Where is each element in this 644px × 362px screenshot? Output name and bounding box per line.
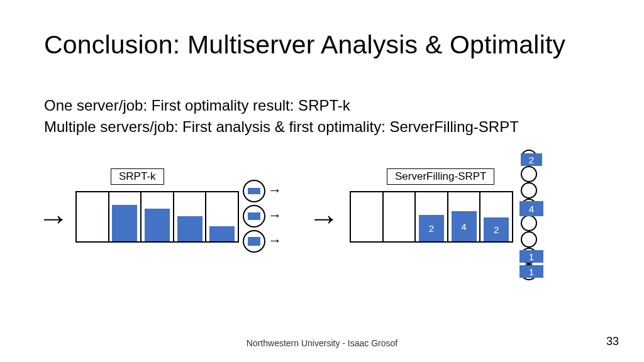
arrow-icon: → [268, 234, 282, 248]
diagram-area: → SRPT-k → → → [38, 160, 604, 298]
arrow-icon: → [268, 209, 282, 222]
body-text: One server/job: First optimality result:… [44, 96, 519, 139]
job-rect: 4 [452, 211, 477, 241]
job-rect [145, 209, 170, 241]
server-job: 4 [519, 201, 543, 216]
queue-slot [174, 192, 207, 241]
job-rect [177, 216, 203, 241]
queue-slot: 4 [448, 192, 481, 241]
body-line-2: Multiple servers/job: First analysis & f… [44, 117, 519, 137]
server-circle [243, 205, 265, 228]
job-rect [112, 205, 137, 241]
queue-slot [109, 192, 142, 241]
body-line-1: One server/job: First optimality result:… [44, 96, 519, 116]
queue-slot [384, 192, 416, 241]
server-job [248, 237, 260, 246]
arrow-icon: → [38, 202, 69, 234]
server-job [248, 188, 260, 194]
server-circle [243, 180, 265, 202]
server-circle [243, 230, 265, 253]
queue-slot [75, 192, 109, 241]
arrow-icon: → [268, 184, 282, 197]
job-rect: 2 [419, 215, 444, 241]
queue-right: 2 4 2 [350, 191, 513, 243]
server-job: 1 [519, 265, 543, 278]
queue-slot [142, 192, 174, 241]
queue-left [75, 191, 239, 243]
queue-slot [350, 192, 384, 241]
server-job: 2 [521, 153, 542, 166]
queue-slot [206, 192, 239, 241]
server-circle [521, 231, 537, 248]
server-circle [521, 166, 537, 182]
slide: Conclusion: Multiserver Analysis & Optim… [0, 0, 644, 362]
queue-label-right: ServerFilling-SRPT [387, 168, 494, 185]
page-number: 33 [606, 335, 619, 348]
footer-text: Northwestern University - Isaac Grosof [0, 338, 644, 348]
queue-label-left: SRPT-k [111, 168, 164, 185]
job-rect [209, 226, 235, 241]
server-circle [521, 182, 537, 199]
slide-title: Conclusion: Multiserver Analysis & Optim… [44, 30, 565, 60]
job-rect: 2 [484, 217, 509, 241]
arrow-icon: → [308, 202, 340, 234]
queue-slot: 2 [480, 192, 513, 241]
server-job [248, 212, 260, 220]
server-job: 1 [519, 250, 543, 263]
server-circle [521, 215, 537, 231]
queue-slot: 2 [416, 192, 448, 241]
